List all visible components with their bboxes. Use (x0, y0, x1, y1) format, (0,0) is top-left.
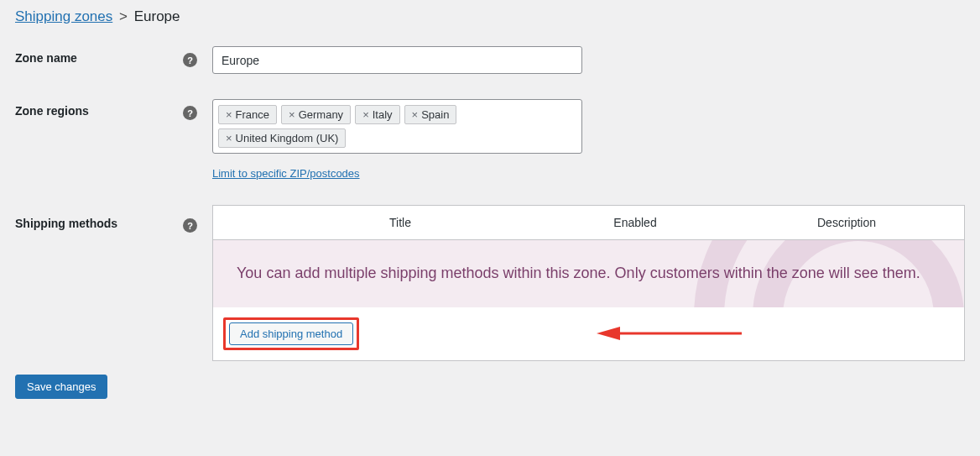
annotation-arrow-icon (595, 325, 746, 342)
remove-tag-icon[interactable]: × (226, 108, 232, 121)
shipping-methods-label: Shipping methods (15, 205, 183, 230)
zone-name-input[interactable] (212, 46, 582, 74)
column-title: Title (259, 216, 541, 229)
help-icon[interactable]: ? (183, 218, 197, 233)
region-tag-label: United Kingdom (UK) (236, 132, 339, 144)
remove-tag-icon[interactable]: × (226, 132, 232, 144)
region-tag-label: Germany (299, 108, 343, 121)
region-tag: ×Italy (355, 105, 399, 124)
breadcrumb-separator: > (119, 8, 128, 24)
remove-tag-icon[interactable]: × (412, 108, 419, 121)
zone-regions-input[interactable]: ×France ×Germany ×Italy ×Spain ×United K… (212, 99, 582, 154)
zone-name-label: Zone name (15, 46, 183, 65)
column-enabled: Enabled (541, 216, 729, 229)
breadcrumb-current: Europe (134, 8, 180, 24)
zone-regions-label: Zone regions (15, 99, 183, 118)
add-shipping-method-button[interactable]: Add shipping method (229, 322, 353, 345)
breadcrumb: Shipping zones > Europe (15, 8, 965, 25)
column-description: Description (729, 216, 964, 229)
empty-state-message: You can add multiple shipping methods wi… (213, 240, 964, 307)
limit-postcodes-link[interactable]: Limit to specific ZIP/postcodes (212, 167, 360, 180)
breadcrumb-parent-link[interactable]: Shipping zones (15, 8, 112, 24)
annotation-highlight: Add shipping method (223, 317, 359, 350)
region-tag: ×United Kingdom (UK) (218, 128, 346, 148)
region-tag: ×Germany (281, 105, 351, 124)
svg-marker-1 (597, 327, 620, 340)
region-tag-label: France (236, 108, 269, 121)
region-tag: ×Spain (404, 105, 457, 124)
help-icon[interactable]: ? (183, 106, 197, 120)
region-tag: ×France (218, 105, 277, 124)
region-tag-label: Italy (373, 108, 393, 121)
help-icon[interactable]: ? (183, 53, 197, 67)
remove-tag-icon[interactable]: × (362, 108, 369, 121)
table-footer: Add shipping method (213, 307, 964, 360)
region-tag-label: Spain (421, 108, 449, 121)
shipping-methods-table: Title Enabled Description You can add mu… (212, 205, 965, 361)
save-changes-button[interactable]: Save changes (15, 375, 107, 399)
table-header-row: Title Enabled Description (213, 206, 964, 240)
remove-tag-icon[interactable]: × (289, 108, 295, 121)
